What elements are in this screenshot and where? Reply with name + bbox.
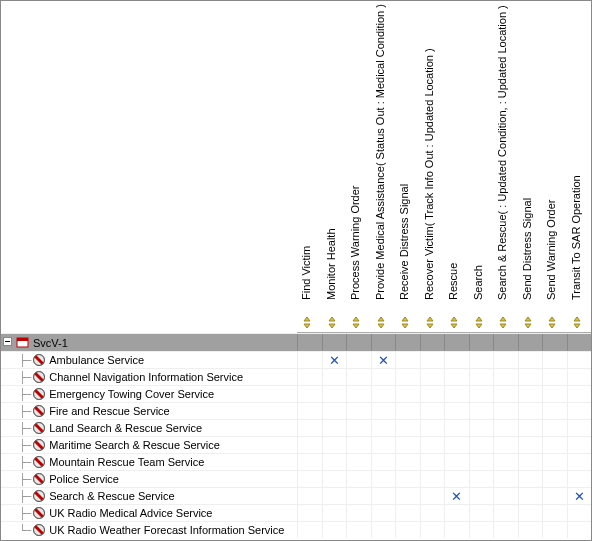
matrix-cell[interactable] [420, 352, 445, 368]
matrix-cell[interactable] [444, 386, 469, 402]
matrix-cell[interactable] [395, 403, 420, 419]
matrix-cell[interactable] [493, 386, 518, 402]
matrix-cell[interactable] [322, 403, 347, 419]
matrix-cell[interactable] [469, 454, 494, 470]
sort-icon[interactable] [497, 316, 511, 330]
matrix-cell[interactable] [346, 420, 371, 436]
matrix-cell[interactable] [420, 505, 445, 521]
matrix-cell[interactable] [542, 437, 567, 453]
matrix-cell[interactable] [518, 488, 543, 504]
matrix-cell[interactable] [518, 386, 543, 402]
matrix-cell[interactable] [567, 352, 592, 368]
sort-icon[interactable] [522, 316, 536, 330]
matrix-cell[interactable] [297, 386, 322, 402]
tree-row[interactable]: └─UK Radio Weather Forecast Information … [1, 521, 591, 538]
matrix-cell[interactable] [542, 352, 567, 368]
matrix-cell[interactable] [346, 369, 371, 385]
matrix-cell[interactable] [518, 420, 543, 436]
matrix-cell[interactable] [346, 386, 371, 402]
tree-cell[interactable]: ├─Fire and Rescue Service [1, 404, 297, 418]
tree-root-row[interactable]: SvcV-1 [1, 333, 591, 351]
matrix-cell[interactable] [469, 403, 494, 419]
matrix-cell[interactable] [297, 454, 322, 470]
sort-icon[interactable] [546, 316, 560, 330]
matrix-cell[interactable] [297, 420, 322, 436]
matrix-cell[interactable] [297, 505, 322, 521]
matrix-cell[interactable] [371, 488, 396, 504]
matrix-cell[interactable] [469, 386, 494, 402]
matrix-cell[interactable] [493, 403, 518, 419]
matrix-cell[interactable] [322, 420, 347, 436]
matrix-cell[interactable] [371, 437, 396, 453]
matrix-cell[interactable] [322, 437, 347, 453]
matrix-cell[interactable] [567, 386, 592, 402]
matrix-cell[interactable] [395, 488, 420, 504]
matrix-cell[interactable] [542, 454, 567, 470]
matrix-cell[interactable] [420, 437, 445, 453]
matrix-cell[interactable] [371, 471, 396, 487]
matrix-cell[interactable] [371, 386, 396, 402]
matrix-cell[interactable] [444, 437, 469, 453]
matrix-cell[interactable] [297, 437, 322, 453]
matrix-cell[interactable] [395, 437, 420, 453]
matrix-cell[interactable] [493, 505, 518, 521]
sort-icon[interactable] [399, 316, 413, 330]
tree-cell[interactable]: ├─Mountain Rescue Team Service [1, 455, 297, 469]
matrix-cell[interactable] [444, 420, 469, 436]
matrix-cell[interactable] [567, 522, 592, 538]
matrix-cell[interactable]: ✕ [567, 488, 592, 504]
matrix-cell[interactable] [322, 488, 347, 504]
matrix-cell[interactable] [420, 488, 445, 504]
matrix-cell[interactable] [542, 369, 567, 385]
matrix-cell[interactable] [493, 454, 518, 470]
matrix-cell[interactable] [469, 437, 494, 453]
matrix-cell[interactable] [567, 420, 592, 436]
matrix-cell[interactable] [346, 522, 371, 538]
sort-icon[interactable] [301, 316, 315, 330]
matrix-cell[interactable] [469, 420, 494, 436]
matrix-cell[interactable] [469, 471, 494, 487]
matrix-cell[interactable] [518, 522, 543, 538]
matrix-cell[interactable] [518, 369, 543, 385]
matrix-cell[interactable] [420, 522, 445, 538]
matrix-cell[interactable] [420, 471, 445, 487]
matrix-cell[interactable] [493, 471, 518, 487]
tree-cell[interactable]: └─UK Radio Weather Forecast Information … [1, 523, 297, 537]
matrix-cell[interactable] [542, 488, 567, 504]
tree-row[interactable]: ├─Mountain Rescue Team Service [1, 453, 591, 470]
sort-icon[interactable] [473, 316, 487, 330]
matrix-cell[interactable] [346, 505, 371, 521]
matrix-cell[interactable] [346, 437, 371, 453]
tree-row[interactable]: ├─Land Search & Rescue Service [1, 419, 591, 436]
matrix-cell[interactable] [542, 471, 567, 487]
tree-cell[interactable]: ├─Land Search & Rescue Service [1, 421, 297, 435]
matrix-cell[interactable] [322, 369, 347, 385]
sort-icon[interactable] [350, 316, 364, 330]
matrix-cell[interactable] [444, 369, 469, 385]
matrix-cell[interactable] [469, 522, 494, 538]
matrix-cell[interactable] [567, 369, 592, 385]
matrix-cell[interactable] [346, 403, 371, 419]
matrix-cell[interactable] [371, 505, 396, 521]
matrix-cell[interactable] [493, 352, 518, 368]
matrix-cell[interactable] [322, 471, 347, 487]
sort-icon[interactable] [571, 316, 585, 330]
matrix-cell[interactable]: ✕ [444, 488, 469, 504]
tree-cell[interactable]: ├─Channel Navigation Information Service [1, 370, 297, 384]
matrix-cell[interactable] [518, 454, 543, 470]
matrix-cell[interactable] [469, 352, 494, 368]
collapse-icon[interactable] [3, 337, 14, 348]
matrix-cell[interactable] [493, 369, 518, 385]
matrix-cell[interactable] [395, 522, 420, 538]
tree-row[interactable]: ├─Ambulance Service✕✕ [1, 351, 591, 368]
tree-cell[interactable]: ├─Search & Rescue Service [1, 489, 297, 503]
matrix-cell[interactable] [420, 403, 445, 419]
matrix-cell[interactable] [297, 471, 322, 487]
matrix-cell[interactable] [371, 420, 396, 436]
matrix-cell[interactable] [322, 522, 347, 538]
matrix-cell[interactable] [297, 352, 322, 368]
matrix-cell[interactable] [542, 420, 567, 436]
matrix-cell[interactable] [444, 403, 469, 419]
matrix-cell[interactable] [542, 386, 567, 402]
tree-cell[interactable]: ├─Police Service [1, 472, 297, 486]
